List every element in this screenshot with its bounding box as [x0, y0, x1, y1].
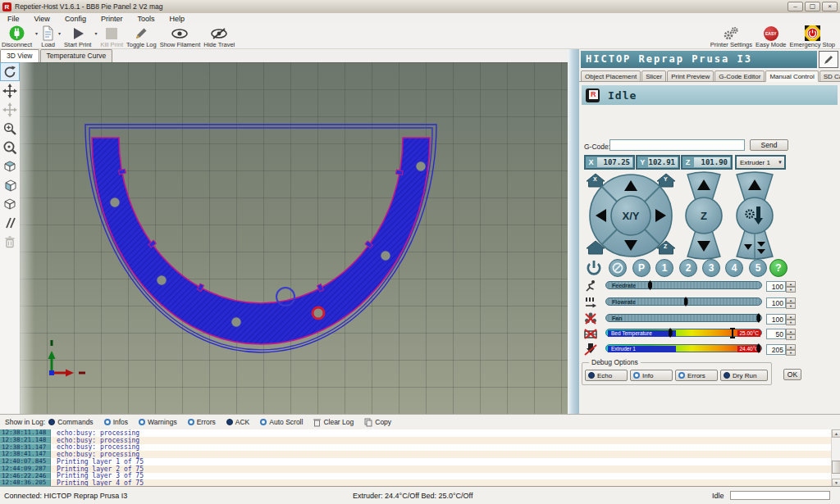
tab-3d-view[interactable]: 3D View	[0, 49, 39, 62]
panel-splitter[interactable]	[568, 49, 579, 414]
show-filament-button[interactable]: Show Filament	[160, 25, 201, 48]
extruder-select[interactable]: Extruder 1 ▼	[735, 155, 786, 170]
flowrate-slider[interactable]: Flowrate	[605, 297, 762, 306]
edit-printer-button[interactable]	[819, 51, 838, 68]
zoom-fit-tool[interactable]	[0, 138, 20, 157]
front-view-tool[interactable]	[0, 175, 20, 194]
easy-mode-button[interactable]: EASY Easy Mode	[756, 25, 787, 48]
x-position-display: X 107.25	[584, 155, 635, 170]
info-toggle[interactable]: Info	[630, 370, 673, 381]
help-button[interactable]: ?	[769, 259, 788, 277]
log-scrollbar[interactable]: ▲ ▼	[831, 429, 840, 487]
extruder-temp-value[interactable]: 205	[766, 344, 786, 355]
log-rows[interactable]: 12:38:11.148echo:busy: processing 12:38:…	[0, 429, 831, 487]
xy-pad-label: X/Y	[623, 210, 640, 222]
scroll-up-arrow[interactable]: ▲	[832, 429, 840, 438]
preset-3-button[interactable]: 3	[702, 259, 720, 277]
preset-4-button[interactable]: 4	[725, 259, 743, 277]
flowrate-value[interactable]: 100	[766, 297, 786, 308]
start-print-button[interactable]: Start Print	[64, 25, 91, 48]
bed-temp-value[interactable]: 50	[766, 329, 786, 339]
bed-temp-spinner[interactable]: ▲▼	[786, 329, 796, 339]
echo-toggle[interactable]: Echo	[585, 370, 628, 381]
log-row: 12:38:11.148echo:busy: processing	[0, 429, 831, 437]
tab-print-preview[interactable]: Print Preview	[667, 70, 714, 82]
tab-gcode-editor[interactable]: G-Code Editor	[714, 70, 765, 82]
feedrate-value[interactable]: 100	[766, 281, 786, 292]
maximize-button[interactable]: ▢	[805, 2, 820, 11]
log-row: 12:40:07.845Printing layer 1 of 75	[0, 458, 831, 465]
dry-run-toggle[interactable]: Dry Run	[720, 370, 768, 381]
3d-viewport[interactable]	[20, 62, 568, 414]
tab-temperature-curve[interactable]: Temperature Curve	[40, 49, 113, 62]
filter-infos[interactable]: Infos	[104, 418, 128, 426]
fan-thumb[interactable]	[756, 313, 760, 323]
extruder-temp-spinner[interactable]: ▲▼	[786, 344, 796, 355]
xy-jog-pad[interactable]: X/Y	[590, 175, 672, 257]
rotate-view-tool[interactable]	[0, 62, 20, 81]
filter-commands[interactable]: Commands	[48, 418, 93, 426]
flowrate-spinner[interactable]: ▲▼	[786, 297, 796, 308]
feedrate-thumb[interactable]	[648, 280, 652, 290]
svg-text:X: X	[593, 176, 597, 182]
zoom-in-tool[interactable]	[0, 119, 20, 138]
feedrate-slider[interactable]: Feedrate	[605, 281, 762, 289]
filter-ack[interactable]: ACK	[226, 418, 249, 426]
home-x-button[interactable]: X	[587, 174, 605, 187]
menu-printer[interactable]: Printer	[94, 15, 130, 23]
disconnect-dropdown[interactable]: ▾	[34, 30, 39, 36]
home-y-button[interactable]: Y	[657, 174, 675, 187]
move-object-tool[interactable]	[0, 81, 20, 100]
view-tab-strip: 3D View Temperature Curve	[0, 49, 113, 62]
move-viewpoint-tool[interactable]	[0, 100, 20, 119]
feedrate-spinner[interactable]: ▲▼	[786, 281, 796, 292]
extruder-jog-control[interactable]	[737, 172, 773, 259]
fan-spinner[interactable]: ▲▼	[786, 314, 796, 325]
top-view-tool[interactable]	[0, 194, 20, 213]
filter-errors[interactable]: Errors	[188, 418, 216, 426]
preset-1-button[interactable]: 1	[655, 259, 673, 277]
copy-log-button[interactable]: Copy	[364, 418, 391, 427]
menu-config[interactable]: Config	[57, 15, 94, 23]
filter-warnings[interactable]: Warnings	[139, 418, 177, 426]
load-dropdown[interactable]: ▾	[57, 30, 62, 36]
menu-tools[interactable]: Tools	[130, 15, 162, 23]
minimize-button[interactable]: –	[788, 2, 803, 11]
load-button[interactable]: Load	[41, 25, 55, 48]
bed-temp-slider[interactable]: Bed Temperature 25.00°C	[605, 329, 762, 337]
scroll-thumb[interactable]	[832, 461, 840, 474]
close-button[interactable]: ×	[822, 2, 838, 11]
tab-object-placement[interactable]: Object Placement	[581, 70, 641, 82]
printer-settings-button[interactable]: Printer Settings	[710, 25, 752, 48]
preset-5-button[interactable]: 5	[749, 259, 767, 277]
tab-slicer[interactable]: Slicer	[641, 70, 666, 82]
menu-view[interactable]: View	[27, 15, 57, 23]
park-button[interactable]: P	[632, 259, 651, 277]
parallel-projection-tool[interactable]	[0, 213, 20, 232]
send-button[interactable]: Send	[750, 139, 788, 151]
preset-2-button[interactable]: 2	[679, 259, 697, 277]
gcode-input[interactable]	[609, 139, 745, 151]
power-button[interactable]	[584, 258, 604, 278]
hide-travel-button[interactable]: Hide Travel	[203, 25, 235, 48]
flowrate-thumb[interactable]	[684, 297, 688, 306]
errors-toggle[interactable]: Errors	[675, 370, 718, 381]
menu-help[interactable]: Help	[162, 15, 192, 23]
z-jog-control[interactable]: Z	[686, 172, 722, 259]
fan-value[interactable]: 100	[766, 314, 786, 325]
filter-auto-scroll[interactable]: Auto Scroll	[260, 418, 303, 426]
menu-file[interactable]: File	[0, 15, 27, 23]
extruder-temp-slider[interactable]: Extruder 1 24.40°C	[605, 344, 762, 352]
clear-log-button[interactable]: Clear Log	[313, 418, 354, 427]
svg-text:Y: Y	[664, 176, 668, 182]
tab-sd-card[interactable]: SD Card	[819, 70, 840, 82]
emergency-stop-button[interactable]: Emergency Stop	[790, 25, 835, 48]
start-print-dropdown[interactable]: ▾	[93, 30, 98, 36]
motors-off-button[interactable]	[609, 259, 627, 277]
disconnect-button[interactable]: Disconnect	[2, 25, 32, 48]
isometric-view-tool[interactable]	[0, 157, 20, 175]
toggle-log-button[interactable]: Toggle Log	[126, 25, 157, 48]
ok-button[interactable]: OK	[783, 369, 801, 380]
fan-slider[interactable]: Fan	[605, 314, 762, 322]
tab-manual-control[interactable]: Manual Control	[765, 70, 818, 82]
